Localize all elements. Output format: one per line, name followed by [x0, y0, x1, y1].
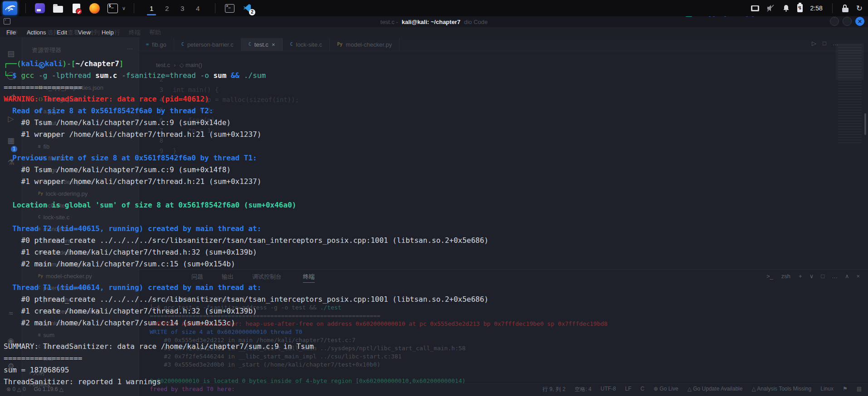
terminal-menubar: 文件编辑选择查看转到运行终端帮助 FileActionsEditViewHelp [0, 27, 868, 37]
terminal-scrollbar-thumb[interactable] [864, 113, 866, 135]
firefox-icon [89, 3, 100, 14]
panel-header-icon: + [799, 273, 802, 280]
menu-file[interactable]: File [6, 29, 16, 36]
launcher-chevron-down-icon[interactable]: ∨ [122, 5, 126, 11]
tab-label: lock-site.c [296, 41, 322, 48]
panel-header-right: >_ zsh +∨□…∧× [766, 273, 860, 280]
terminal-line: #1 wrapper /home/kali/chapter7/thread.h:… [4, 176, 261, 188]
text-segment: #2 main /home/kali/chapter7/sum.c:14 (su… [4, 319, 235, 327]
workspace-button-4[interactable]: 4 [191, 0, 204, 16]
bin-file-icon: ≡ [38, 332, 40, 338]
panel-line: #3 0x555ed3e2d0b0 in _start (/home/kali/… [150, 361, 380, 369]
terminal-line: #2 main /home/kali/chapter7/sum.c:15 (su… [4, 258, 235, 270]
menu-view[interactable]: View [78, 29, 91, 36]
clock[interactable]: 2:58 [810, 5, 823, 12]
source-control-badge: 1 [11, 146, 17, 152]
panel-tab-问题: 问题 [191, 273, 203, 281]
terminal-line: #0 pthread_create ../../../../src/libsan… [4, 294, 488, 305]
tab-peterson-barrier.c: Cpeterson-barrier.c [174, 38, 241, 51]
code-text: int main() { [173, 86, 219, 94]
terminal-line: ================== [4, 353, 82, 364]
launcher-window-manager[interactable] [34, 2, 46, 14]
text-segment: #0 pthread_create ../../../../src/libsan… [4, 236, 488, 245]
terminal-line: ================== [4, 82, 82, 93]
panel-header-icon: × [857, 273, 860, 280]
audio-muted-icon[interactable] [767, 5, 775, 12]
go-file-icon: ∞ [146, 42, 149, 47]
file-item-lock-site.c: Clock-site.c [38, 212, 69, 222]
panel-line: #2 0x7f2fe5446244 in __libc_start_main_i… [150, 353, 402, 361]
workspace-button-1[interactable]: 1 [145, 0, 158, 16]
file-name: model-checker.py [46, 273, 92, 280]
launcher-file-manager[interactable] [52, 2, 64, 14]
shell-prompt-icon: >_ [766, 273, 773, 280]
folder-icon [53, 6, 63, 13]
shell-label: zsh [781, 273, 790, 280]
minimize-button[interactable] [830, 17, 839, 26]
launcher-text-editor[interactable] [70, 2, 82, 14]
terminal-content-area[interactable]: ▤◯⎇▷▦⚗≈◉⚙1 资源管理器 ⋯ ∞fib.goCpeterson-barr… [0, 37, 868, 396]
logout-icon[interactable]: ↻ [856, 4, 863, 13]
files-icon: ▤ [5, 49, 16, 58]
file-item-sum: ≡sum [38, 330, 54, 340]
panel-header-icon: … [832, 273, 838, 280]
text-segment: WRITE of size 4 at 0x602000000010 thread… [150, 328, 302, 335]
status-item: ▤ [857, 386, 862, 393]
minimap [838, 44, 862, 144]
text-segment: 0x602000000010 is located 0 bytes inside… [150, 377, 466, 384]
panel-tab-终端: 终端 [303, 273, 315, 283]
kali-dragon-icon [5, 4, 15, 13]
taskbar-separator [134, 3, 134, 13]
terminal-line: #2 main /home/kali/chapter7/sum.c:14 (su… [4, 317, 235, 329]
file-item-model-checker.py: Pymodel-checker.py [38, 271, 92, 281]
editor-action-icon: ▷ [812, 40, 816, 47]
terminal-line: #0 pthread_create ../../../../src/libsan… [4, 235, 488, 246]
text-segment: #0 pthread_create ../../../../src/libsan… [4, 295, 488, 304]
status-item: △ Analysis Tools Missing [751, 386, 811, 393]
system-tray: ↯ 2:58 ↻ [751, 3, 868, 13]
lock-screen-icon[interactable] [842, 8, 848, 12]
file-name: lock-site.c [43, 214, 69, 221]
maximize-button[interactable] [843, 17, 852, 26]
text-segment: ./sum [239, 71, 266, 80]
text-segment: WARNING: ThreadSanitizer: data race (pid… [4, 95, 209, 103]
line-number: 3 [150, 86, 163, 94]
battery-icon[interactable]: ↯ [797, 4, 803, 12]
menu-edit[interactable]: Edit [57, 29, 67, 36]
terminal-line: #1 create /home/kali/chapter7/thread.h:3… [4, 246, 257, 258]
window-button-vscode[interactable]: 2 [242, 2, 254, 14]
kali-menu-button[interactable] [3, 1, 17, 15]
notification-bell-icon[interactable] [783, 5, 790, 12]
launcher-terminal[interactable]: $_ [107, 2, 118, 14]
text-segment [91, 71, 96, 80]
display-tray-icon[interactable] [751, 5, 759, 11]
text-segment: freed by thread T0 here: [150, 386, 235, 392]
terminal-line: Thread T2 (tid=40615, running) created b… [4, 223, 261, 235]
tabbar-border [139, 51, 868, 51]
menu-actions[interactable]: Actions [27, 29, 46, 36]
file-item-lock-ordering.py: Pylock-ordering.py [38, 188, 88, 198]
vscode-title-fragment-left: test.c - [380, 19, 398, 25]
panel-header-icon: ∨ [809, 273, 814, 280]
window-button-terminal[interactable]: >_ [224, 2, 235, 14]
text-segment: -g -lpthread [39, 71, 91, 80]
close-button[interactable]: × [855, 17, 864, 26]
panel-line: WRITE of size 4 at 0x602000000010 thread… [150, 328, 302, 336]
document-icon [73, 4, 80, 13]
terminal-window-icon: >_ [225, 4, 234, 13]
menu-help[interactable]: Help [102, 29, 114, 36]
text-segment: gcc [21, 71, 34, 80]
c-file-icon: C [181, 42, 184, 47]
panel-tab-输出: 输出 [222, 273, 234, 281]
tray-separator [832, 3, 833, 13]
text-segment: && [231, 71, 239, 80]
terminal-line: #0 Tsum /home/kali/chapter7/sum.c:9 (sum… [4, 117, 231, 129]
workspace-button-3[interactable]: 3 [176, 0, 189, 16]
terminal-line: WARNING: ThreadSanitizer: data race (pid… [4, 93, 209, 105]
vscode-window-count-badge: 2 [249, 9, 255, 15]
launcher-firefox[interactable] [88, 2, 100, 14]
workspace-button-2[interactable]: 2 [161, 0, 173, 16]
panel-line: 0x602000000010 is located 0 bytes inside… [150, 377, 466, 385]
text-segment: #1 wrapper /home/kali/chapter7/thread.h:… [4, 130, 261, 139]
status-item: △ Go Update Available [688, 386, 743, 393]
